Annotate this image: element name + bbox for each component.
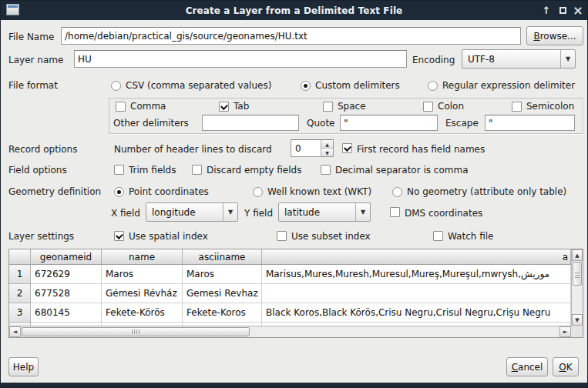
window-title: Create a Layer from a Delimited Text Fil… xyxy=(1,5,587,16)
radio-no-geometry-label[interactable]: No geometry (attribute only table) xyxy=(407,186,566,197)
cell-asciiname: Maros xyxy=(183,265,262,284)
checkbox-decimal-separator-comma-label[interactable]: Decimal separator is comma xyxy=(335,165,469,176)
checkbox-trim-fields[interactable] xyxy=(114,165,124,175)
cell-alternatenames: Marisus,Mures,Muresh,Muresul,Mureş,Mureş… xyxy=(262,265,571,284)
y-field-combobox[interactable]: latitude ▼ xyxy=(278,202,371,222)
cell-alternatenames: Black Koros,Black Körös,Crisu Negru,Cris… xyxy=(262,303,571,323)
spin-down-icon[interactable]: ▼ xyxy=(321,149,333,156)
radio-custom-delimiters[interactable] xyxy=(301,81,311,91)
radio-regexp-delimiter[interactable] xyxy=(428,81,438,91)
x-field-combobox[interactable]: longitude ▼ xyxy=(146,202,238,222)
table-header-row: geonameid name asciiname a xyxy=(9,249,571,265)
checkbox-colon[interactable] xyxy=(423,102,433,112)
checkbox-discard-empty-fields[interactable] xyxy=(192,165,202,175)
encoding-label: Encoding xyxy=(412,55,455,65)
radio-no-geometry[interactable] xyxy=(392,187,402,197)
checkbox-space[interactable] xyxy=(323,102,333,112)
record-options-label: Record options xyxy=(8,144,77,155)
help-button[interactable]: Help xyxy=(8,357,39,376)
header-alternatenames-truncated[interactable]: a xyxy=(262,249,571,265)
radio-wkt[interactable] xyxy=(253,187,263,197)
checkbox-use-spatial-index[interactable] xyxy=(114,231,124,241)
spin-up-icon[interactable]: ▲ xyxy=(321,140,333,149)
radio-custom-delimiters-label[interactable]: Custom delimiters xyxy=(315,80,400,91)
radio-csv-label[interactable]: CSV (comma separated values) xyxy=(126,80,271,91)
horizontal-scrollbar[interactable]: ◄ ► xyxy=(9,326,571,337)
scroll-down-icon[interactable]: ▼ xyxy=(572,314,583,326)
scrollbar-corner xyxy=(571,326,583,337)
checkbox-watch-file[interactable] xyxy=(433,231,443,241)
checkbox-dms-coordinates[interactable] xyxy=(390,207,400,217)
checkbox-first-record-field-names[interactable] xyxy=(342,143,352,153)
titlebar: Create a Layer from a Delimited Text Fil… xyxy=(1,1,587,20)
file-name-input[interactable] xyxy=(61,27,521,45)
close-window-button[interactable]: × xyxy=(571,1,585,20)
checkbox-watch-file-label[interactable]: Watch file xyxy=(448,231,493,242)
checkbox-decimal-separator-comma[interactable] xyxy=(321,165,331,175)
checkbox-tab-label[interactable]: Tab xyxy=(234,101,249,112)
checkbox-semicolon-label[interactable]: Semicolon xyxy=(526,101,574,112)
radio-csv[interactable] xyxy=(111,81,121,91)
checkbox-use-subset-index-label[interactable]: Use subset index xyxy=(291,231,371,242)
cell-alternatenames xyxy=(262,284,571,303)
checkbox-dms-coordinates-label[interactable]: DMS coordinates xyxy=(405,208,482,219)
encoding-combobox[interactable]: UTF-8 ▼ xyxy=(462,49,576,69)
checkbox-colon-label[interactable]: Colon xyxy=(438,101,464,112)
maximize-window-button[interactable] xyxy=(556,1,570,20)
cell-geonameid: 677528 xyxy=(31,284,102,303)
vertical-scrollbar[interactable]: ▲ ▼ xyxy=(571,249,583,326)
cell-asciiname: Fekete-Koros xyxy=(183,303,262,323)
browse-button[interactable]: Browse... xyxy=(526,26,583,45)
checkbox-use-subset-index[interactable] xyxy=(277,231,287,241)
file-format-label: File format xyxy=(8,80,58,91)
other-delimiters-input[interactable] xyxy=(202,115,299,131)
chevron-down-icon: ▼ xyxy=(560,50,575,68)
scroll-left-icon[interactable]: ◄ xyxy=(9,326,21,337)
cell-name: Gémesi Révház xyxy=(102,284,183,303)
dialog-create-delimited-text-layer: Create a Layer from a Delimited Text Fil… xyxy=(0,0,588,388)
maximize-icon xyxy=(559,7,566,14)
cancel-button[interactable]: Cancel xyxy=(506,357,548,376)
x-field-label: X field xyxy=(111,208,140,219)
layer-name-input[interactable] xyxy=(74,50,407,68)
checkbox-space-label[interactable]: Space xyxy=(338,101,366,112)
geometry-definition-label: Geometry definition xyxy=(8,186,101,197)
header-lines-spinbox[interactable]: 0 ▲ ▼ xyxy=(291,139,334,157)
window-bottom-border xyxy=(1,383,587,387)
checkbox-discard-empty-fields-label[interactable]: Discard empty fields xyxy=(207,165,301,176)
checkbox-tab[interactable] xyxy=(219,102,229,112)
file-name-label: File Name xyxy=(8,32,54,42)
layer-name-label: Layer name xyxy=(8,55,63,65)
checkbox-use-spatial-index-label[interactable]: Use spatial index xyxy=(129,231,208,242)
radio-regexp-delimiter-label[interactable]: Regular expression delimiter xyxy=(442,80,575,91)
quote-input[interactable] xyxy=(340,115,438,131)
vertical-scrollbar-thumb[interactable] xyxy=(573,262,582,286)
header-geonameid[interactable]: geonameid xyxy=(31,249,102,265)
checkbox-semicolon[interactable] xyxy=(512,102,522,112)
quote-label: Quote xyxy=(307,118,334,129)
header-asciiname[interactable]: asciiname xyxy=(183,249,262,265)
cell-name: Maros xyxy=(102,265,183,284)
ok-button[interactable]: OK xyxy=(553,357,579,376)
row-number-cell: 3 xyxy=(9,303,31,323)
shade-window-button[interactable]: ↑ xyxy=(539,1,553,20)
scroll-right-icon[interactable]: ► xyxy=(559,326,571,337)
horizontal-scrollbar-thumb[interactable] xyxy=(22,327,250,336)
radio-point-coordinates-label[interactable]: Point coordinates xyxy=(129,186,209,197)
escape-input[interactable] xyxy=(485,115,575,131)
table-viewport: geonameid name asciiname a 1 672629 Maro… xyxy=(9,249,571,326)
other-delimiters-label: Other delimiters xyxy=(113,118,189,129)
scroll-up-icon[interactable]: ▲ xyxy=(572,249,583,261)
checkbox-comma-label[interactable]: Comma xyxy=(130,101,166,112)
header-name[interactable]: name xyxy=(102,249,183,265)
escape-label: Escape xyxy=(445,118,479,129)
field-options-label: Field options xyxy=(8,165,67,176)
radio-wkt-label[interactable]: Well known text (WKT) xyxy=(267,186,371,197)
radio-point-coordinates[interactable] xyxy=(114,187,124,197)
header-lines-label: Number of header lines to discard xyxy=(114,144,272,155)
checkbox-trim-fields-label[interactable]: Trim fields xyxy=(129,165,176,176)
corner-header-cell xyxy=(9,249,31,265)
y-field-label: Y field xyxy=(244,208,273,219)
checkbox-comma[interactable] xyxy=(116,102,126,112)
checkbox-first-record-field-names-label[interactable]: First record has field names xyxy=(357,144,485,155)
